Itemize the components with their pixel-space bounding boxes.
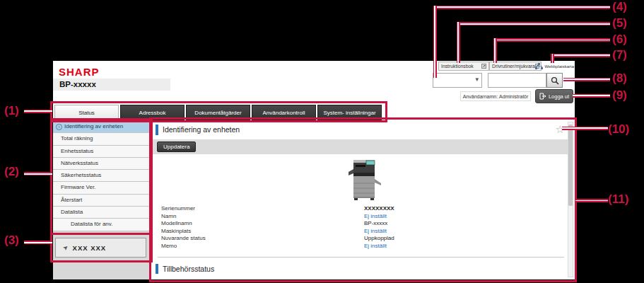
callout-label-10: (10) — [608, 122, 629, 137]
title-accent-bar — [156, 125, 158, 135]
update-button[interactable]: Uppdatera — [157, 142, 196, 152]
manual-link[interactable]: Instruktionsbok ↗ — [438, 62, 489, 71]
field-label-nuvarande-status: Nuvarande status — [161, 235, 206, 241]
chevron-down-icon: ▾ — [475, 76, 479, 83]
field-value-memo[interactable]: Ej inställt — [364, 243, 387, 249]
field-value-serienummer: XXXXXXXX — [364, 205, 394, 212]
sidebar-item-total-rakning[interactable]: Total räkning — [53, 133, 150, 145]
callout-label-8: (8) — [612, 71, 627, 86]
field-value-namn[interactable]: Ej inställt — [364, 213, 387, 219]
sitemap-link[interactable]: Webbplatskarta — [535, 62, 574, 71]
scrollbar-thumb[interactable] — [568, 125, 573, 206]
search-input[interactable] — [488, 73, 546, 88]
field-value-nuvarande-status: Uppkopplad — [364, 235, 394, 241]
callout-label-11: (11) — [608, 192, 628, 207]
search-icon — [551, 76, 559, 85]
search-button[interactable] — [546, 73, 563, 88]
callout-line-3 — [24, 241, 52, 244]
field-row: Modellnamn BP-xxxxx — [152, 220, 575, 228]
callout-line-1 — [24, 110, 52, 113]
callout-label-3: (3) — [4, 233, 19, 248]
callout-line-2 — [24, 172, 52, 175]
tab-anvandarkontroll[interactable]: Användarkontroll — [252, 105, 316, 120]
page-title: Identifiering av enheten — [163, 125, 240, 134]
tab-bar: Status Adressbok Dokumentåtgärder Använd… — [54, 105, 382, 120]
sitemap-label: Webbplatskarta — [544, 64, 574, 69]
callout-label-4: (4) — [612, 0, 627, 14]
web-admin-page: SHARP BP-xxxxx Instruktionsbok ↗ Drivrut… — [53, 61, 575, 279]
sitemap-icon — [535, 63, 543, 70]
sidebar-item-datalista-for-anv[interactable]: Datalista för anv. — [53, 219, 150, 231]
field-label-memo: Memo — [161, 243, 177, 249]
sharp-logo: SHARP — [59, 66, 100, 78]
callout-line-11 — [575, 199, 608, 202]
content-toolbar: Uppdatera — [152, 139, 569, 154]
callout-label-5: (5) — [612, 16, 627, 30]
username-display: Användarnamn: Administratör — [460, 91, 531, 101]
sidebar-item-aterstart[interactable]: Återstart — [53, 195, 150, 207]
field-value-modellnamn: BP-xxxxx — [364, 220, 387, 226]
tab-status[interactable]: Status — [54, 105, 119, 120]
field-value-maskinplats[interactable]: Ej inställt — [364, 228, 387, 234]
field-row: Memo Ej inställt — [152, 243, 575, 250]
callout-line-7 — [551, 54, 610, 57]
username-value: Administratör — [499, 94, 528, 99]
section-accent-bar — [156, 264, 158, 274]
field-row: Maskinplats Ej inställt — [152, 228, 575, 236]
callout-line-6-drop — [493, 38, 497, 63]
logout-label: Logga ut — [549, 93, 569, 100]
custom-link-button[interactable]: ➤ XXX XXX — [55, 238, 146, 258]
callout-label-6: (6) — [612, 33, 627, 47]
callout-line-5-drop — [457, 22, 460, 63]
drivers-software-link[interactable]: Drivrutiner/mjukvara ↗ — [489, 62, 541, 71]
device-info-list: Serienummer XXXXXXXX Namn Ej inställt Mo… — [152, 205, 575, 250]
sidebar-item-enhetsstatus[interactable]: Enhetsstatus — [53, 146, 150, 158]
sidebar-item-sakerhetsstatus[interactable]: Säkerhetsstatus — [53, 170, 150, 182]
callout-label-2: (2) — [4, 165, 19, 179]
sidebar-item-label: Identifiering av enheten — [64, 121, 123, 132]
callout-line-9 — [573, 94, 610, 98]
selected-bullet-icon: › — [56, 124, 62, 130]
dropdown-select[interactable]: ▾ — [433, 73, 482, 88]
sidebar-item-firmware-ver[interactable]: Firmware Ver. — [53, 182, 150, 194]
field-label-namn: Namn — [161, 213, 176, 219]
section-title-tillbehorsstatus: Tillbehörsstatus — [163, 265, 214, 273]
field-label-maskinplats: Maskinplats — [161, 228, 191, 234]
field-label-modellnamn: Modellnamn — [161, 220, 192, 226]
sidebar: › Identifiering av enheten Total räkning… — [53, 121, 150, 279]
external-link-icon: ↗ — [481, 64, 486, 69]
field-label-serienummer: Serienummer — [161, 205, 195, 212]
field-row: Nuvarande status Uppkopplad — [152, 235, 575, 243]
manual-link-label: Instruktionsbok — [441, 64, 474, 69]
model-name: BP-xxxxx — [53, 79, 170, 91]
callout-line-6 — [493, 38, 610, 42]
favorite-star-icon[interactable]: ☆ — [556, 123, 565, 136]
custom-link-label: XXX XXX — [73, 244, 107, 252]
section-divider — [158, 257, 564, 258]
field-row: Namn Ej inställt — [152, 213, 575, 221]
callout-label-9: (9) — [612, 88, 627, 103]
drivers-software-label: Drivrutiner/mjukvara — [492, 64, 535, 69]
arrow-icon: ➤ — [62, 243, 70, 252]
scrollbar[interactable] — [568, 122, 573, 277]
tab-dokumentatgarder[interactable]: Dokumentåtgärder — [186, 105, 250, 120]
logout-button[interactable]: Logga ut — [535, 89, 573, 103]
tab-systeminstallningar[interactable]: System- inställningar — [317, 105, 382, 120]
field-row: Serienummer XXXXXXXX — [152, 205, 575, 213]
callout-label-7: (7) — [612, 48, 627, 62]
logout-icon — [539, 93, 546, 100]
callout-line-5 — [457, 22, 610, 25]
callout-line-4 — [433, 6, 610, 9]
callout-label-1: (1) — [4, 104, 19, 118]
sidebar-item-natverksstatus[interactable]: Nätverksstatus — [53, 158, 150, 170]
tab-adressbok[interactable]: Adressbok — [120, 105, 185, 120]
username-label: Användarnamn: — [463, 94, 498, 99]
documentation-figure: SHARP BP-xxxxx Instruktionsbok ↗ Drivrut… — [0, 0, 644, 283]
printer-image — [347, 156, 382, 203]
sidebar-item-datalista[interactable]: Datalista — [53, 207, 150, 219]
content-area: Identifiering av enheten ☆ Uppdatera — [152, 120, 575, 279]
sidebar-item-identifiering-av-enheten[interactable]: › Identifiering av enheten — [53, 121, 150, 133]
